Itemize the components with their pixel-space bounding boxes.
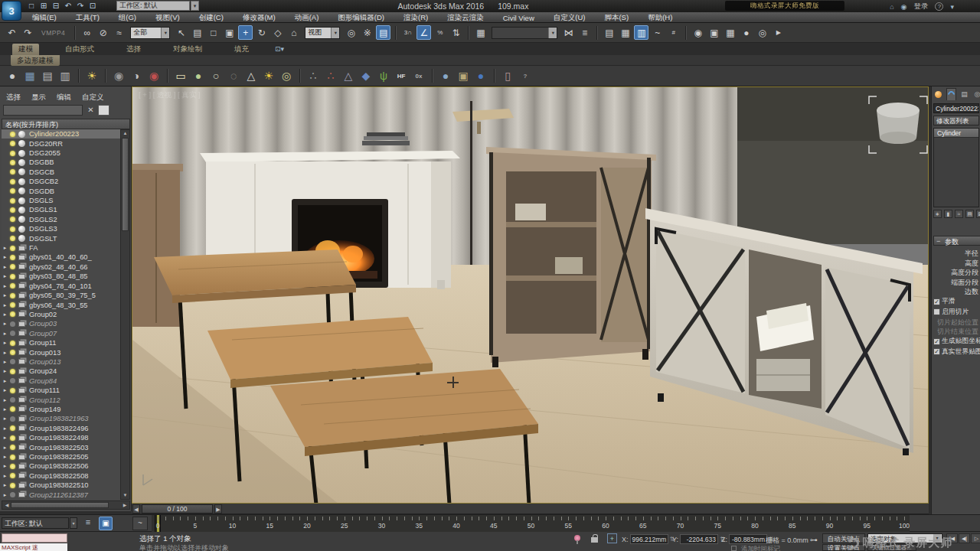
particles-icon[interactable]: ∴ (305, 68, 321, 84)
explorer-item[interactable]: ▸Group112 (2, 395, 120, 404)
show-end-result-icon[interactable]: ▮ (944, 210, 952, 218)
explorer-item[interactable]: ▸gbys03_80_48_85 (2, 272, 120, 281)
application-menu-button[interactable]: 3 (2, 1, 21, 21)
expand-arrow-icon[interactable]: ▸ (2, 368, 8, 374)
explorer-item[interactable]: ▸FA (2, 243, 120, 253)
explorer-item[interactable]: DSGLS2 (2, 215, 120, 224)
viewport-label[interactable]: [ + ] [ 透视 ] [ 真实 ] (139, 90, 201, 100)
ribbon-panel-polygon-modeling[interactable]: 多边形建模 (11, 55, 60, 66)
select-link-icon[interactable]: ∞ (80, 25, 94, 40)
kbd-override-icon[interactable]: ▤ (376, 25, 390, 40)
ribbon-tab-填充[interactable]: 填充 (228, 44, 255, 55)
scroll-down-icon[interactable]: ▼ (121, 492, 129, 499)
explorer-horizontal-scrollbar[interactable]: ◀ ▶ (2, 500, 130, 510)
window-crossing-icon[interactable]: ▣ (222, 25, 237, 40)
expand-arrow-icon[interactable]: ▸ (2, 416, 8, 422)
expand-arrow-icon[interactable]: ▸ (2, 264, 8, 270)
selection-filter-dropdown[interactable]: 全部▾ (130, 27, 170, 39)
teapot-wire-icon[interactable]: ◌ (226, 68, 241, 84)
explorer-menu-选择[interactable]: 选择 (6, 93, 21, 103)
expand-arrow-icon[interactable]: ▸ (2, 454, 8, 460)
new-file-icon[interactable]: □ (26, 1, 37, 10)
home-icon[interactable]: ⌂ (890, 3, 893, 11)
clipboard-icon[interactable]: ▯ (500, 68, 515, 84)
explorer-item[interactable]: Cylinder200223 (2, 129, 120, 139)
ref-coord-dropdown[interactable]: 视图▾ (305, 27, 340, 39)
visibility-bulb-icon[interactable] (10, 455, 15, 460)
align-icon[interactable]: ≡ (577, 25, 592, 40)
snap-toggle-3d-icon[interactable]: 3∩ (400, 25, 415, 40)
object-name-field[interactable]: Cylinder200223 (933, 103, 979, 113)
explorer-item[interactable]: DSGBB (2, 158, 120, 167)
rendered-frame-icon[interactable]: ▦ (723, 25, 737, 40)
list-b-icon[interactable]: ▥ (57, 68, 73, 84)
explorer-item[interactable]: DSGLS3 (2, 224, 120, 233)
visibility-bulb-icon[interactable] (10, 198, 15, 204)
explorer-item[interactable]: ▸Group1983822506 (2, 461, 120, 471)
visibility-bulb-icon[interactable] (10, 151, 15, 156)
explorer-item[interactable]: ▸Group24 (2, 367, 120, 376)
chevron-down-icon[interactable]: ▾ (548, 28, 557, 38)
chevron-down-icon[interactable]: ▾ (331, 28, 339, 38)
checkbox-row[interactable]: ✓生成贴图坐标 (932, 337, 980, 347)
select-by-name-icon[interactable]: ▤ (190, 25, 204, 40)
explorer-item[interactable]: ▸Group013 (2, 347, 120, 357)
visibility-bulb-icon[interactable] (10, 207, 15, 213)
user-icon[interactable]: ◉ (901, 3, 907, 11)
expand-arrow-icon[interactable]: ▸ (2, 340, 8, 346)
expand-arrow-icon[interactable]: ▸ (2, 463, 8, 469)
expand-arrow-icon[interactable]: ▸ (2, 406, 8, 412)
expand-arrow-icon[interactable]: ▸ (2, 387, 8, 393)
schematic-view-icon[interactable]: # (666, 25, 681, 40)
visibility-bulb-icon[interactable] (10, 169, 15, 174)
expand-arrow-icon[interactable]: ▸ (2, 473, 8, 479)
bind-spacewarp-icon[interactable]: ≈ (112, 25, 126, 40)
rect-selection-region-icon[interactable]: □ (206, 25, 220, 40)
angle-snap-icon[interactable]: ∠ (416, 25, 431, 40)
expand-arrow-icon[interactable]: ▸ (2, 482, 8, 488)
visibility-bulb-icon[interactable] (10, 302, 15, 308)
checkbox-checked-icon[interactable]: ✓ (933, 338, 940, 345)
explorer-item[interactable]: ▸gbys04_78_40_101 (2, 282, 120, 291)
explorer-item[interactable]: DSGLS (2, 196, 120, 205)
menu-工具(T)[interactable]: 工具(T) (74, 13, 101, 23)
explorer-item[interactable]: ▸Group149 (2, 405, 120, 414)
motion-tab[interactable]: ◎ (972, 88, 980, 100)
explorer-item[interactable]: DSGCB (2, 168, 120, 177)
visibility-bulb-icon[interactable] (10, 369, 15, 374)
expand-arrow-icon[interactable]: ▸ (2, 425, 8, 432)
scroll-left-icon[interactable]: ◀ (3, 502, 11, 509)
menu-修改器(M)[interactable]: 修改器(M) (241, 13, 277, 23)
use-pivot-center-icon[interactable]: ◎ (344, 25, 358, 40)
scrollbar-thumb[interactable] (11, 502, 109, 508)
prev-frame-arrow-icon[interactable]: ◀ (132, 504, 140, 514)
undo-icon[interactable]: ↶ (5, 25, 19, 40)
help-icon[interactable]: ? (518, 68, 533, 84)
menu-视图(V)[interactable]: 视图(V) (154, 13, 181, 23)
light-icon[interactable]: ☀ (84, 68, 100, 84)
geosphere-icon[interactable]: ◎ (279, 68, 294, 84)
menu-创建(C)[interactable]: 创建(C) (198, 13, 225, 23)
explorer-item[interactable]: ▸Group1983822505 (2, 452, 120, 461)
visibility-bulb-icon[interactable] (10, 331, 15, 336)
slice-checkbox-row[interactable]: ✓启用切片 (932, 307, 980, 318)
explorer-item[interactable]: ▸Group03 (2, 319, 120, 328)
visibility-bulb-icon[interactable] (10, 246, 15, 251)
add-time-tag-label[interactable]: 添加时间标记 (741, 545, 780, 551)
visibility-bulb-icon[interactable] (10, 255, 15, 260)
visibility-bulb-icon[interactable] (10, 321, 15, 327)
visibility-bulb-icon[interactable] (10, 397, 15, 403)
visibility-bulb-icon[interactable] (10, 283, 15, 289)
explorer-item[interactable]: ▸Group2112612387 (2, 490, 120, 499)
expand-arrow-icon[interactable]: ▸ (2, 378, 8, 384)
compound-icon[interactable]: ∴ (323, 68, 338, 84)
explorer-item[interactable]: ▸Group1983822498 (2, 433, 120, 442)
pushpin-icon[interactable] (574, 535, 580, 541)
visibility-bulb-icon[interactable] (10, 416, 15, 422)
expand-arrow-icon[interactable]: ▸ (2, 359, 8, 365)
render-image-icon[interactable]: ▦ (22, 68, 38, 84)
ribbon-tab-建模[interactable]: 建模 (12, 44, 39, 55)
visibility-bulb-icon[interactable] (10, 464, 15, 469)
render-flyout-icon[interactable]: ▶ (771, 25, 786, 40)
ribbon-toggle-icon[interactable]: ▦ (618, 25, 632, 40)
